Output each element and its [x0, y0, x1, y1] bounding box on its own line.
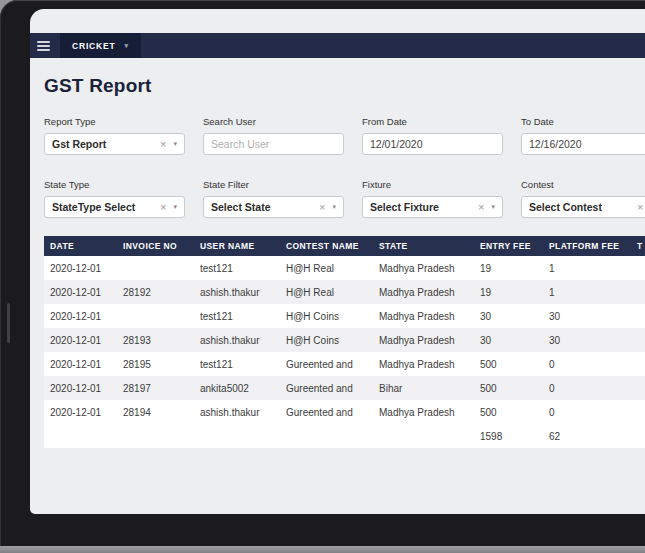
- table-cell: 28197: [117, 376, 194, 400]
- totals-cell: 1598: [474, 424, 543, 448]
- table-cell: [631, 304, 645, 328]
- table-cell: test121: [194, 256, 280, 280]
- state-type-select[interactable]: StateType Select×▾: [44, 196, 185, 218]
- table-cell: 28192: [117, 280, 194, 304]
- table-row: 2020-12-0128194ashish.thakurGureented an…: [44, 400, 645, 424]
- table-cell: 19: [474, 280, 543, 304]
- table-cell: H@H Real: [280, 256, 373, 280]
- filter-search-user: Search User: [203, 116, 344, 155]
- table-row: 2020-12-0128197ankita5002Gureented andBi…: [44, 376, 645, 400]
- totals-cell: [280, 424, 373, 448]
- table-cell: 0: [543, 352, 631, 376]
- totals-cell: 62: [543, 424, 631, 448]
- gst-table: DATEINVOICE NOUSER NAMECONTEST NAMESTATE…: [44, 236, 645, 448]
- top-navbar: CRICKET ▾: [30, 33, 645, 58]
- table-cell: 1: [543, 256, 631, 280]
- cricket-dropdown-button[interactable]: CRICKET ▾: [60, 33, 141, 58]
- filter-from-date: From Date: [362, 116, 503, 155]
- chevron-down-icon[interactable]: ▾: [491, 203, 495, 211]
- selected-value: StateType Select: [52, 201, 160, 213]
- table-cell: 30: [474, 304, 543, 328]
- menu-icon[interactable]: [37, 41, 50, 51]
- column-header: DATE: [44, 236, 117, 256]
- selected-value: Select Contest: [529, 201, 637, 213]
- table-cell: Madhya Pradesh: [373, 328, 474, 352]
- page-title: GST Report: [44, 74, 645, 98]
- table-cell: 500: [474, 376, 543, 400]
- filters-grid: Report TypeGst Report×▾Search UserFrom D…: [44, 116, 645, 218]
- table-cell: 2020-12-01: [44, 352, 117, 376]
- table-cell: 28193: [117, 328, 194, 352]
- table-row: 2020-12-01test121H@H CoinsMadhya Pradesh…: [44, 304, 645, 328]
- table-cell: [631, 352, 645, 376]
- select-icons: ×▾: [319, 202, 336, 213]
- filter-label: State Filter: [203, 179, 344, 191]
- table-cell: 2020-12-01: [44, 376, 117, 400]
- column-header: ENTRY FEE: [474, 236, 543, 256]
- selected-value: Select State: [211, 201, 319, 213]
- table-cell: [631, 280, 645, 304]
- surface-edge: [0, 546, 645, 553]
- filter-label: From Date: [362, 116, 503, 128]
- state-filter-select[interactable]: Select State×▾: [203, 196, 344, 218]
- filter-label: Report Type: [44, 116, 185, 128]
- table-cell: 30: [543, 328, 631, 352]
- filter-fixture: FixtureSelect Fixture×▾: [362, 179, 503, 218]
- table-cell: [117, 304, 194, 328]
- select-icons: ×▾: [160, 202, 177, 213]
- table-cell: H@H Coins: [280, 304, 373, 328]
- table-cell: 2020-12-01: [44, 256, 117, 280]
- clear-icon[interactable]: ×: [160, 202, 166, 213]
- select-icons: ×▾: [637, 202, 645, 213]
- clear-icon[interactable]: ×: [478, 202, 484, 213]
- fixture-select[interactable]: Select Fixture×▾: [362, 196, 503, 218]
- table-cell: Gureented and: [280, 400, 373, 424]
- report-type-select[interactable]: Gst Report×▾: [44, 133, 185, 155]
- table-cell: [631, 256, 645, 280]
- chevron-down-icon[interactable]: ▾: [173, 140, 177, 148]
- table-cell: [631, 400, 645, 424]
- table-cell: ashish.thakur: [194, 280, 280, 304]
- clear-icon[interactable]: ×: [319, 202, 325, 213]
- chevron-down-icon[interactable]: ▾: [332, 203, 336, 211]
- table-cell: 0: [543, 376, 631, 400]
- table-cell: H@H Real: [280, 280, 373, 304]
- screen-top-margin: [30, 9, 645, 33]
- totals-cell: [44, 424, 117, 448]
- table-cell: 1: [543, 280, 631, 304]
- select-icons: ×▾: [478, 202, 495, 213]
- table-cell: Gureented and: [280, 352, 373, 376]
- filter-label: Search User: [203, 116, 344, 128]
- table-cell: 500: [474, 400, 543, 424]
- totals-row: 159862: [44, 424, 645, 448]
- clear-icon[interactable]: ×: [160, 139, 166, 150]
- app-window: CRICKET ▾ GST Report Report TypeGst Repo…: [30, 9, 645, 514]
- column-header: INVOICE NO: [117, 236, 194, 256]
- column-header: USER NAME: [194, 236, 280, 256]
- clear-icon[interactable]: ×: [637, 202, 643, 213]
- search-user-input[interactable]: [203, 133, 344, 155]
- column-header: PLATFORM FEE: [543, 236, 631, 256]
- filter-report-type: Report TypeGst Report×▾: [44, 116, 185, 155]
- filter-state-type: State TypeStateType Select×▾: [44, 179, 185, 218]
- table-cell: Gureented and: [280, 376, 373, 400]
- table-cell: [631, 328, 645, 352]
- table-cell: Madhya Pradesh: [373, 400, 474, 424]
- totals-cell: [373, 424, 474, 448]
- select-icons: ×▾: [160, 139, 177, 150]
- from-date-input[interactable]: [362, 133, 503, 155]
- filter-to-date: To Date: [521, 116, 645, 155]
- selected-value: Gst Report: [52, 138, 160, 150]
- to-date-input[interactable]: [521, 133, 645, 155]
- filter-label: Fixture: [362, 179, 503, 191]
- table-cell: H@H Coins: [280, 328, 373, 352]
- table-row: 2020-12-0128195test121Gureented andMadhy…: [44, 352, 645, 376]
- table-cell: 19: [474, 256, 543, 280]
- table-row: 2020-12-0128192ashish.thakurH@H RealMadh…: [44, 280, 645, 304]
- table-cell: 2020-12-01: [44, 280, 117, 304]
- chevron-down-icon[interactable]: ▾: [173, 203, 177, 211]
- contest-select[interactable]: Select Contest×▾: [521, 196, 645, 218]
- table-cell: 2020-12-01: [44, 328, 117, 352]
- table-cell: Madhya Pradesh: [373, 280, 474, 304]
- table-cell: [631, 376, 645, 400]
